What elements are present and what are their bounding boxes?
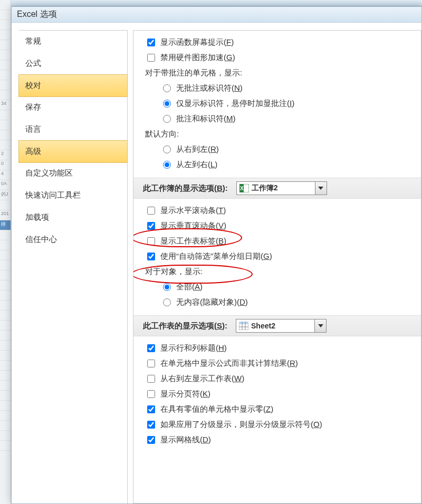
svg-rect-4 <box>239 322 248 324</box>
dialog-title: Excel 选项 <box>12 7 421 23</box>
options-panel: 显示函数屏幕提示(F) 禁用硬件图形加速(G) 对于带批注的单元格，显示: 无批… <box>133 30 421 503</box>
sidebar-item-label: 快速访问工具栏 <box>25 190 81 199</box>
radio[interactable] <box>163 283 171 291</box>
checkbox[interactable] <box>147 207 155 215</box>
radio[interactable] <box>163 84 171 92</box>
sidebar-item-label: 加载项 <box>25 212 49 221</box>
option-comment-both[interactable]: 批注和标识符(M) <box>145 111 414 127</box>
checkbox[interactable] <box>147 360 155 367</box>
option-show-vscroll[interactable]: 显示垂直滚动条(V) <box>145 218 414 234</box>
dropdown-value: Sheet2 <box>251 322 314 330</box>
radio[interactable] <box>163 100 171 108</box>
checkbox[interactable] <box>147 344 155 352</box>
radio[interactable] <box>163 146 171 153</box>
checkbox[interactable] <box>147 405 155 413</box>
sidebar-item-label: 常规 <box>25 36 41 45</box>
excel-file-icon: X <box>239 183 250 193</box>
svg-text:X: X <box>240 186 244 191</box>
option-show-fn-tooltip[interactable]: 显示函数屏幕提示(F) <box>145 35 414 50</box>
chevron-down-icon[interactable] <box>315 182 327 195</box>
radio[interactable] <box>163 298 171 306</box>
sidebar-item-label: 高级 <box>25 147 41 156</box>
option-dir-ltr[interactable]: 从左到右(L) <box>145 157 414 172</box>
sidebar-item-formulas[interactable]: 公式 <box>19 53 127 75</box>
dropdown-value: 工作簿2 <box>252 183 315 193</box>
direction-label: 默认方向: <box>145 127 414 142</box>
option-rtl-sheet[interactable]: 从右到左显示工作表(W) <box>145 371 414 386</box>
sidebar-item-label: 校对 <box>25 81 41 90</box>
checkbox[interactable] <box>147 375 155 383</box>
option-autofilter-group[interactable]: 使用“自动筛选”菜单分组日期(G) <box>145 249 414 264</box>
excel-ribbon-backdrop <box>0 0 422 6</box>
sidebar-item-addins[interactable]: 加载项 <box>19 207 127 229</box>
sidebar-item-trust-center[interactable]: 信任中心 <box>19 229 127 251</box>
option-dir-rtl[interactable]: 从右到左(R) <box>145 142 414 157</box>
checkbox[interactable] <box>147 390 155 398</box>
dialog-title-text: Excel 选项 <box>17 9 57 18</box>
sidebar-item-label: 信任中心 <box>25 235 57 244</box>
sidebar-item-label: 自定义功能区 <box>25 168 73 177</box>
option-obj-none[interactable]: 无内容(隐藏对象)(D) <box>145 295 414 310</box>
option-show-grid[interactable]: 显示网格线(D) <box>145 432 414 448</box>
sheet-dropdown[interactable]: Sheet2 <box>236 319 327 333</box>
sidebar-item-save[interactable]: 保存 <box>19 96 127 119</box>
options-dialog: Excel 选项 常规 公式 校对 保存 语言 高级 自定义功能区 快速访问工具… <box>11 6 422 504</box>
radio[interactable] <box>163 161 171 169</box>
chevron-down-icon[interactable] <box>314 319 326 332</box>
option-show-hscroll[interactable]: 显示水平滚动条(T) <box>145 203 414 218</box>
objects-label: 对于对象，显示: <box>145 264 414 279</box>
sidebar-item-general[interactable]: 常规 <box>19 31 127 53</box>
checkbox[interactable] <box>147 436 155 444</box>
option-comment-none[interactable]: 无批注或标识符(N) <box>145 81 414 96</box>
option-show-zero[interactable]: 在具有零值的单元格中显示零(Z) <box>145 402 414 417</box>
sidebar-item-label: 语言 <box>25 124 41 133</box>
option-show-pagebreaks[interactable]: 显示分页符(K) <box>145 386 414 402</box>
sidebar-item-proofing[interactable]: 校对 <box>18 74 128 97</box>
excel-rowheaders-backdrop: 34 2 0 4 0A 的J 201 排 <box>0 0 11 504</box>
workbook-section-header: 此工作簿的显示选项(B): X 工作簿2 <box>133 178 421 199</box>
option-show-formulas[interactable]: 在单元格中显示公式而非其计算结果(R) <box>145 356 414 371</box>
option-disable-hw-accel[interactable]: 禁用硬件图形加速(G) <box>145 50 414 65</box>
sidebar-item-advanced[interactable]: 高级 <box>18 140 128 163</box>
sidebar-item-qat[interactable]: 快速访问工具栏 <box>19 185 127 207</box>
checkbox[interactable] <box>147 54 155 62</box>
sheet-section-header: 此工作表的显示选项(S): Sheet2 <box>133 315 421 336</box>
workbook-dropdown[interactable]: X 工作簿2 <box>236 181 327 195</box>
comment-display-label: 对于带批注的单元格，显示: <box>145 65 414 81</box>
sheet-icon <box>238 321 249 331</box>
checkbox[interactable] <box>147 237 155 245</box>
checkbox[interactable] <box>147 421 155 429</box>
category-list: 常规 公式 校对 保存 语言 高级 自定义功能区 快速访问工具栏 加载项 信任中… <box>19 30 128 503</box>
sidebar-item-label: 公式 <box>25 59 41 67</box>
sidebar-item-customize-ribbon[interactable]: 自定义功能区 <box>19 162 127 185</box>
checkbox[interactable] <box>147 222 155 230</box>
radio[interactable] <box>163 115 171 123</box>
checkbox[interactable] <box>147 253 155 260</box>
option-show-outline[interactable]: 如果应用了分级显示，则显示分级显示符号(O) <box>145 417 414 432</box>
checkbox[interactable] <box>147 38 155 46</box>
option-obj-all[interactable]: 全部(A) <box>145 279 414 295</box>
option-comment-indicator[interactable]: 仅显示标识符，悬停时加显批注(I) <box>145 96 414 111</box>
option-show-headers[interactable]: 显示行和列标题(H) <box>145 341 414 356</box>
sidebar-item-language[interactable]: 语言 <box>19 119 127 141</box>
sidebar-item-label: 保存 <box>25 102 41 111</box>
option-show-tabs[interactable]: 显示工作表标签(B) <box>145 234 414 249</box>
